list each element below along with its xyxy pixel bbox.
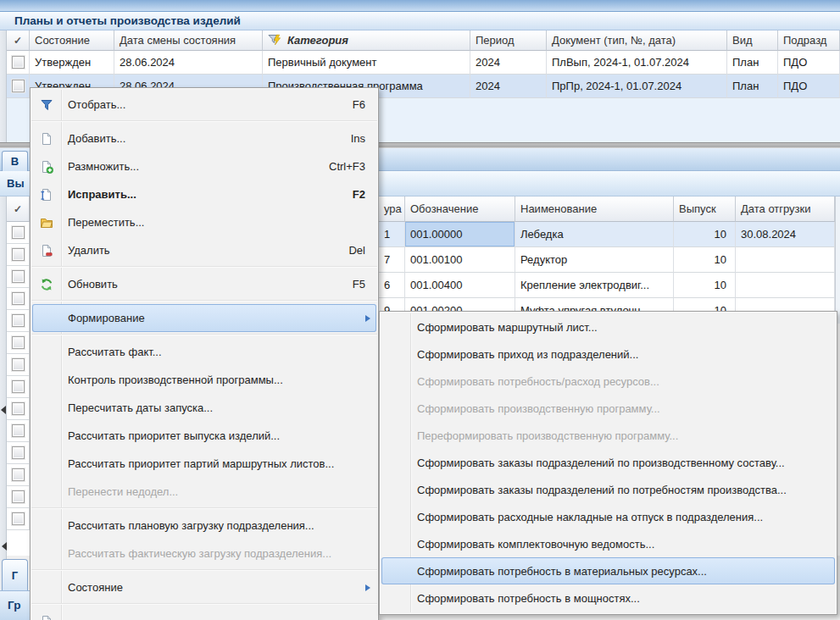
row-checkbox[interactable] xyxy=(12,358,25,371)
table-cell: План xyxy=(727,51,778,75)
menu-item[interactable]: Рассчитать плановую загрузку подразделен… xyxy=(32,512,376,540)
row-checkbox[interactable] xyxy=(12,270,25,283)
cell-value: 10 xyxy=(715,253,726,266)
row-checkbox[interactable] xyxy=(12,446,25,459)
menu-item[interactable]: Переформировать производственную програм… xyxy=(381,422,835,449)
column-header[interactable]: Состояние xyxy=(30,30,114,51)
clipped-column-header[interactable]: ура xyxy=(379,197,405,222)
menu-item[interactable]: Перенести недодел... xyxy=(32,478,376,506)
menu-item[interactable]: Контроль производственной программы... xyxy=(32,366,376,394)
menu-item[interactable]: Сформировать заказы подразделений по пот… xyxy=(381,476,835,503)
row-checkbox[interactable] xyxy=(12,424,25,437)
qty-cell: 10 xyxy=(674,273,736,298)
column-header[interactable]: Дата отгрузки xyxy=(736,197,835,222)
column-header[interactable]: Подразд xyxy=(778,30,840,51)
column-header-label: Вид xyxy=(732,34,753,47)
bottom-tab-1[interactable]: Г xyxy=(2,559,28,590)
column-header-label: Дата смены состояния xyxy=(120,34,236,47)
menu-separator xyxy=(31,603,377,605)
plans-table-row[interactable]: Утвержден28.06.2024Первичный документ202… xyxy=(7,51,840,75)
table-cell: ПДО xyxy=(778,51,840,75)
edit-page-icon xyxy=(32,188,61,202)
scroll-left-arrow-icon[interactable] xyxy=(2,542,7,551)
column-header[interactable]: Период xyxy=(470,30,547,51)
cell-value: ПДО xyxy=(783,56,807,69)
column-header[interactable]: Вид xyxy=(727,30,778,51)
row-checkbox[interactable] xyxy=(12,248,25,261)
cell-value: 001.00400 xyxy=(410,279,462,291)
bottom-tab-2[interactable]: Гр xyxy=(0,590,30,620)
column-header[interactable]: Наименование xyxy=(515,197,674,222)
left-rail-top xyxy=(0,30,7,142)
row-checkbox[interactable] xyxy=(12,80,25,92)
menu-item[interactable]: Размножить...Ctrl+F3 xyxy=(32,152,376,180)
menu-item[interactable]: Сформировать производственную программу.… xyxy=(381,395,835,422)
row-checkbox[interactable] xyxy=(12,226,25,239)
menu-item[interactable]: Сформировать маршрутный лист... xyxy=(381,313,835,340)
panel-title: Планы и отчеты производства изделий xyxy=(0,12,840,30)
menu-item[interactable]: Сформировать потребность в мощностях... xyxy=(381,584,835,612)
ship-date-cell xyxy=(736,247,835,273)
menu-item-label: Сформировать заказы подразделений по про… xyxy=(410,457,785,469)
cell-value: 001.00000 xyxy=(410,228,462,241)
menu-item[interactable]: Отобрать...F6 xyxy=(32,91,376,119)
column-header-label: Период xyxy=(476,34,515,47)
menu-item-label: Сформировать маршрутный лист... xyxy=(410,321,598,334)
row-checkbox[interactable] xyxy=(12,468,25,481)
list-row-check-cell xyxy=(7,420,30,442)
column-header[interactable]: Категория xyxy=(263,30,470,51)
table-cell: Первичный документ xyxy=(263,51,470,75)
menu-item[interactable]: Сформировать заказы подразделений по про… xyxy=(381,449,835,476)
row-checkbox[interactable] xyxy=(12,336,25,349)
row-checkbox[interactable] xyxy=(12,402,25,415)
products-table-row[interactable]: 1001.00000Лебедка1030.08.2024 xyxy=(379,222,835,247)
menu-item[interactable]: Рассчитать приоритет партий маршрутных л… xyxy=(32,450,376,478)
menu-item[interactable]: УдалитьDel xyxy=(32,236,376,264)
menu-item[interactable]: Исправить...F2 xyxy=(32,180,376,208)
menu-item[interactable]: Сформировать потребность в материальных … xyxy=(381,557,835,584)
copy-page-icon xyxy=(32,160,61,174)
menu-item[interactable]: Пересчитать даты запуска... xyxy=(32,394,376,422)
column-header[interactable]: Обозначение xyxy=(405,197,515,222)
menu-item[interactable]: Состояние xyxy=(32,573,376,601)
name-cell: Редуктор xyxy=(515,247,674,273)
menu-item[interactable]: Сформировать расходные накладные на отпу… xyxy=(381,503,835,530)
menu-item[interactable]: ОбновитьF5 xyxy=(32,270,376,298)
menu-item[interactable]: Добавить...Ins xyxy=(32,125,376,152)
menu-item[interactable]: Сформировать комплектовочную ведомость..… xyxy=(381,530,835,557)
column-header[interactable]: Дата смены состояния xyxy=(114,30,263,51)
menu-item-shortcut: F2 xyxy=(353,188,376,201)
menu-item[interactable]: Сформировать приход из подразделений... xyxy=(381,340,835,368)
lower-panel-tab[interactable]: В xyxy=(2,151,28,171)
menu-item[interactable]: Рассчитать факт... xyxy=(32,338,376,366)
check-column-header[interactable]: ✓ xyxy=(7,30,30,51)
list-row-check-cell xyxy=(7,464,30,486)
check-header-glyph: ✓ xyxy=(14,203,22,215)
qty-cell: 10 xyxy=(674,247,736,273)
menu-item[interactable] xyxy=(32,607,376,620)
menu-item[interactable]: Переместить... xyxy=(32,208,376,236)
column-header[interactable]: Выпуск xyxy=(674,197,736,222)
submenu-arrow-icon xyxy=(365,315,370,322)
products-table-row[interactable]: 6001.00400Крепление электродвиг...10 xyxy=(379,273,835,298)
row-checkbox[interactable] xyxy=(12,380,25,393)
row-checkbox[interactable] xyxy=(12,292,25,305)
menu-item[interactable]: Рассчитать фактическую загрузку подразде… xyxy=(32,540,376,567)
window-top-strip xyxy=(0,0,840,12)
vertical-scrollbar-sliver[interactable] xyxy=(835,197,840,324)
row-checkbox[interactable] xyxy=(12,490,25,503)
row-checkbox[interactable] xyxy=(12,56,25,69)
menu-separator xyxy=(31,334,377,335)
menu-item[interactable]: Рассчитать приоритет выпуска изделий... xyxy=(32,422,376,450)
check-column-header[interactable]: ✓ xyxy=(7,197,30,222)
column-header[interactable]: Документ (тип, №, дата) xyxy=(547,30,727,51)
products-table-row[interactable]: 7001.00100Редуктор10 xyxy=(379,247,835,273)
row-checkbox[interactable] xyxy=(12,512,25,525)
menu-item[interactable]: Формирование xyxy=(32,304,376,332)
menu-item-label: Сформировать потребность в материальных … xyxy=(410,565,707,578)
menu-item-label: Сформировать производственную программу.… xyxy=(410,402,660,415)
menu-item-label: Пересчитать даты запуска... xyxy=(61,401,213,414)
menu-item[interactable]: Сформировать потребность/расход ресурсов… xyxy=(381,368,835,395)
splitter-collapse-arrow-icon[interactable] xyxy=(1,406,6,414)
row-checkbox[interactable] xyxy=(12,314,25,327)
